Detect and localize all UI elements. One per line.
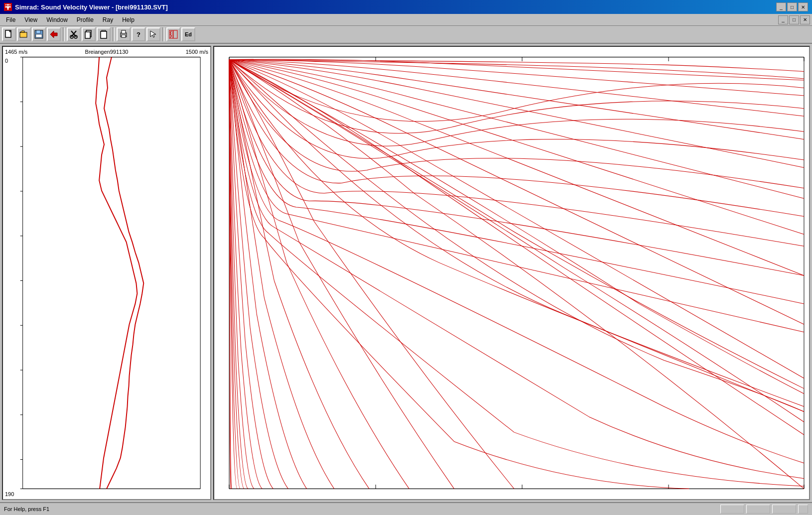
menu-profile[interactable]: Profile bbox=[73, 15, 98, 24]
menu-file[interactable]: File bbox=[2, 15, 19, 24]
paste-button[interactable] bbox=[97, 27, 111, 41]
svg-marker-11 bbox=[50, 31, 57, 38]
svg-rect-22 bbox=[122, 35, 126, 37]
menu-window[interactable]: Window bbox=[42, 15, 72, 24]
svg-marker-7 bbox=[20, 31, 24, 32]
svg-rect-41 bbox=[214, 47, 809, 499]
menu-help[interactable]: Help bbox=[118, 15, 138, 24]
window-title: Simrad: Sound Velocity Viewer - [brei991… bbox=[15, 3, 168, 11]
status-bar: For Help, press F1 bbox=[0, 502, 812, 515]
menu-controls[interactable]: _ □ ✕ bbox=[778, 15, 810, 24]
cursor-button[interactable] bbox=[146, 27, 160, 41]
svg-rect-19 bbox=[101, 31, 107, 38]
toolbar-separator-2 bbox=[113, 27, 115, 41]
print-button[interactable] bbox=[117, 27, 131, 41]
copy-button[interactable] bbox=[82, 27, 96, 41]
svg-rect-10 bbox=[36, 34, 42, 37]
svg-rect-9 bbox=[36, 30, 40, 33]
maximize-button[interactable]: □ bbox=[787, 2, 797, 11]
save-button[interactable] bbox=[32, 27, 46, 41]
status-btn-2 bbox=[746, 505, 770, 514]
svg-rect-6 bbox=[20, 32, 27, 37]
velocity-profile-chart bbox=[3, 47, 210, 499]
close-button[interactable]: ✕ bbox=[798, 2, 808, 11]
menu-view[interactable]: View bbox=[20, 15, 41, 24]
sv-view-button[interactable] bbox=[166, 27, 180, 41]
toolbar: ? Ed bbox=[0, 26, 812, 44]
edit-button[interactable]: Ed bbox=[181, 27, 195, 41]
title-bar-left: Simrad: Sound Velocity Viewer - [brei991… bbox=[4, 3, 168, 11]
toolbar-separator-3 bbox=[162, 27, 164, 41]
open-button[interactable] bbox=[17, 27, 31, 41]
ray-diagram-chart bbox=[214, 47, 809, 499]
svg-marker-23 bbox=[150, 31, 156, 37]
title-controls[interactable]: _ □ ✕ bbox=[776, 2, 808, 11]
status-btn-1 bbox=[720, 505, 744, 514]
cut-button[interactable] bbox=[67, 27, 81, 41]
toolbar-separator-1 bbox=[63, 27, 65, 41]
status-btn-3 bbox=[772, 505, 796, 514]
right-panel: 0 m Breiangen991130 1500 m 0 250 bbox=[213, 46, 810, 500]
status-right bbox=[720, 505, 808, 514]
menu-ray[interactable]: Ray bbox=[99, 15, 117, 24]
back-button[interactable] bbox=[47, 27, 61, 41]
app-icon bbox=[4, 3, 12, 11]
doc-restore-button[interactable]: □ bbox=[789, 15, 799, 24]
left-panel: 1465 m/s Breiangen991130 1500 m/s 190 0 bbox=[2, 46, 211, 500]
svg-rect-17 bbox=[85, 32, 90, 38]
help-button[interactable]: ? bbox=[132, 27, 145, 41]
status-text: For Help, press F1 bbox=[4, 506, 49, 512]
svg-rect-21 bbox=[122, 30, 126, 33]
new-button[interactable] bbox=[2, 27, 16, 41]
title-bar: Simrad: Sound Velocity Viewer - [brei991… bbox=[0, 0, 812, 14]
minimize-button[interactable]: _ bbox=[776, 2, 786, 11]
menu-items: File View Window Profile Ray Help bbox=[2, 15, 138, 24]
doc-close-button[interactable]: ✕ bbox=[800, 15, 810, 24]
menu-bar: File View Window Profile Ray Help _ □ ✕ bbox=[0, 14, 812, 26]
status-btn-4 bbox=[798, 505, 808, 514]
main-content: 1465 m/s Breiangen991130 1500 m/s 190 0 bbox=[0, 44, 812, 502]
doc-minimize-button[interactable]: _ bbox=[778, 15, 788, 24]
svg-rect-25 bbox=[173, 30, 177, 38]
